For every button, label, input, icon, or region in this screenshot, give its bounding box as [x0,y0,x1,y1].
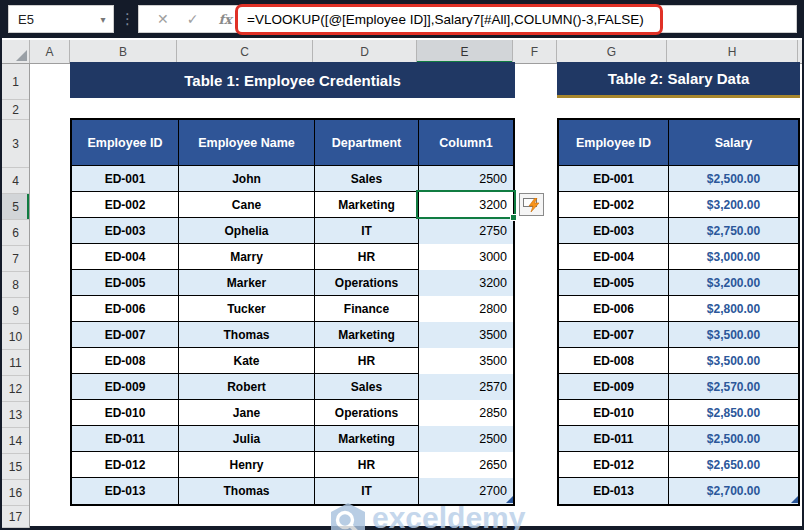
cell-G5[interactable]: ED-002 [559,192,669,218]
cell-B5[interactable]: ED-002 [72,192,179,218]
column-header-B[interactable]: B [70,40,177,63]
select-all-corner[interactable] [2,40,30,63]
cell-H11[interactable]: $3,500.00 [669,348,798,374]
cell-D12[interactable]: Sales [315,374,419,400]
cell-B13[interactable]: ED-010 [72,400,179,426]
table2-header-employee-id[interactable]: Employee ID [559,120,669,166]
cell-G4[interactable]: ED-001 [559,166,669,192]
fill-handle[interactable] [510,214,517,221]
name-box-dropdown-icon[interactable]: ▾ [93,14,113,25]
cell-B8[interactable]: ED-005 [72,270,179,296]
row-header-3[interactable]: 3 [2,120,29,168]
cell-C14[interactable]: Julia [179,426,315,452]
cell-D16[interactable]: IT [315,478,419,504]
table1-title-banner[interactable]: Table 1: Employee Credentials [70,62,515,98]
row-header-16[interactable]: 16 [2,480,29,506]
cell-C9[interactable]: Tucker [179,296,315,322]
cell-H10[interactable]: $3,500.00 [669,322,798,348]
column-header-H[interactable]: H [667,40,798,63]
cell-E16[interactable]: 2700 [419,478,513,504]
cell-C7[interactable]: Marry [179,244,315,270]
row-header-6[interactable]: 6 [2,220,29,246]
cell-G12[interactable]: ED-009 [559,374,669,400]
cell-E6[interactable]: 2750 [419,218,513,244]
cell-G11[interactable]: ED-008 [559,348,669,374]
cell-E11[interactable]: 3500 [419,348,513,374]
cell-H4[interactable]: $2,500.00 [669,166,798,192]
table1-resize-handle[interactable] [506,496,513,503]
cell-C8[interactable]: Marker [179,270,315,296]
cell-G16[interactable]: ED-013 [559,478,669,504]
table1-header-employee-name[interactable]: Employee Name [179,120,315,166]
cell-H14[interactable]: $2,500.00 [669,426,798,452]
row-header-10[interactable]: 10 [2,324,29,350]
cell-E13[interactable]: 2850 [419,400,513,426]
cell-H6[interactable]: $2,750.00 [669,218,798,244]
cell-G14[interactable]: ED-011 [559,426,669,452]
cell-C11[interactable]: Kate [179,348,315,374]
table1-header-department[interactable]: Department [315,120,419,166]
cell-E12[interactable]: 2570 [419,374,513,400]
row-header-15[interactable]: 15 [2,454,29,480]
flash-fill-options-button[interactable] [519,193,544,216]
formula-bar[interactable]: ✕ ✓ fx =VLOOKUP([@[Employee ID]],Salary7… [138,5,797,33]
cell-E9[interactable]: 2800 [419,296,513,322]
cell-G15[interactable]: ED-012 [559,452,669,478]
cell-G8[interactable]: ED-005 [559,270,669,296]
cell-D5[interactable]: Marketing [315,192,419,218]
row-header-5[interactable]: 5 [2,194,29,220]
column-header-E[interactable]: E [417,40,513,63]
row-header-1[interactable]: 1 [2,64,29,100]
cell-D7[interactable]: HR [315,244,419,270]
name-box-value[interactable]: E5 [9,12,93,27]
row-header-12[interactable]: 12 [2,376,29,402]
cell-E4[interactable]: 2500 [419,166,513,192]
row-header-13[interactable]: 13 [2,402,29,428]
cell-H5[interactable]: $3,200.00 [669,192,798,218]
cell-D15[interactable]: HR [315,452,419,478]
cell-E10[interactable]: 3500 [419,322,513,348]
cell-H16[interactable]: $2,700.00 [669,478,798,504]
cell-B14[interactable]: ED-011 [72,426,179,452]
cell-E7[interactable]: 3000 [419,244,513,270]
cell-E8[interactable]: 3200 [419,270,513,296]
table2-resize-handle[interactable] [791,496,798,503]
cell-C12[interactable]: Robert [179,374,315,400]
cell-D8[interactable]: Operations [315,270,419,296]
cell-B16[interactable]: ED-013 [72,478,179,504]
cell-G10[interactable]: ED-007 [559,322,669,348]
formula-text[interactable]: =VLOOKUP([@[Employee ID]],Salary7[#All],… [247,12,644,27]
cell-H12[interactable]: $2,570.00 [669,374,798,400]
cell-D13[interactable]: Operations [315,400,419,426]
row-header-14[interactable]: 14 [2,428,29,454]
table2-header-salary[interactable]: Salary [669,120,798,166]
cell-G9[interactable]: ED-006 [559,296,669,322]
cell-D6[interactable]: IT [315,218,419,244]
table2-title-banner[interactable]: Table 2: Salary Data [557,62,800,98]
column-header-A[interactable]: A [30,40,70,63]
cell-G6[interactable]: ED-003 [559,218,669,244]
table1-header-employee-id[interactable]: Employee ID [72,120,179,166]
insert-function-icon[interactable]: fx [218,12,231,27]
cell-D4[interactable]: Sales [315,166,419,192]
cancel-icon[interactable]: ✕ [157,11,169,27]
cell-B15[interactable]: ED-012 [72,452,179,478]
cell-C6[interactable]: Ophelia [179,218,315,244]
table1-header-column1[interactable]: Column1 [419,120,513,166]
cell-G13[interactable]: ED-010 [559,400,669,426]
cell-H13[interactable]: $2,850.00 [669,400,798,426]
cell-H9[interactable]: $2,800.00 [669,296,798,322]
row-header-17[interactable]: 17 [2,506,29,528]
name-box[interactable]: E5 ▾ [8,5,114,33]
column-header-F[interactable]: F [513,40,557,63]
column-header-C[interactable]: C [177,40,313,63]
cell-E15[interactable]: 2650 [419,452,513,478]
row-header-11[interactable]: 11 [2,350,29,376]
cell-D14[interactable]: Marketing [315,426,419,452]
cell-B9[interactable]: ED-006 [72,296,179,322]
cell-H15[interactable]: $2,650.00 [669,452,798,478]
row-header-7[interactable]: 7 [2,246,29,272]
cell-C5[interactable]: Cane [179,192,315,218]
cell-C10[interactable]: Thomas [179,322,315,348]
cell-H7[interactable]: $3,000.00 [669,244,798,270]
